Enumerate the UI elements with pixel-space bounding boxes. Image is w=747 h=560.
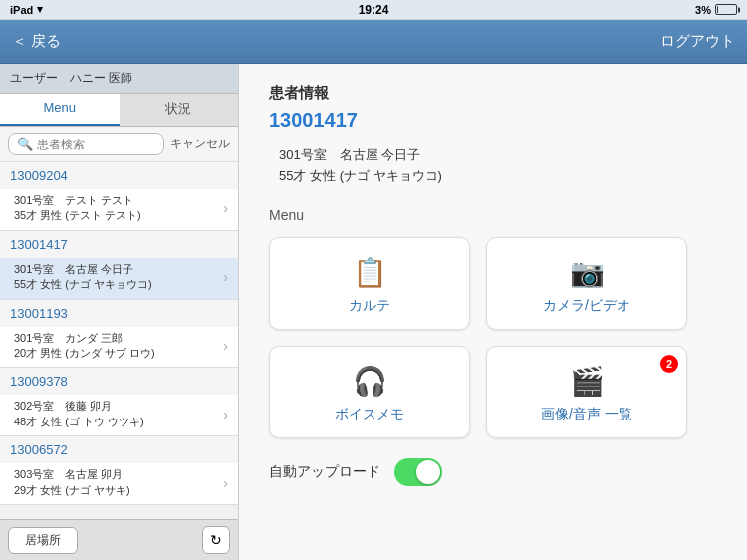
patient-room-5: 303号室 名古屋 卯月 <box>14 467 130 482</box>
refresh-button[interactable]: ↻ <box>202 526 230 554</box>
logout-button[interactable]: ログアウト <box>660 32 735 51</box>
patient-detail-2[interactable]: 301号室 名古屋 今日子 55才 女性 (ナゴ ヤキョウコ) › <box>0 258 238 299</box>
patient-detail-1[interactable]: 301号室 テスト テスト 35才 男性 (テスト テスト) › <box>0 189 238 230</box>
karte-label: カルテ <box>349 297 390 315</box>
card-media[interactable]: 2 🎬 画像/音声 一覧 <box>486 346 687 438</box>
auto-upload-toggle[interactable] <box>394 458 442 486</box>
status-bar-right: 3% <box>695 4 737 16</box>
patient-group-2: 13001417 301号室 名古屋 今日子 55才 女性 (ナゴ ヤキョウコ)… <box>0 231 238 300</box>
sidebar: ユーザー ハニー 医師 Menu 状況 🔍 キャンセル 13009204 301… <box>0 64 239 560</box>
auto-upload-row: 自動アップロード <box>269 458 717 486</box>
patient-detail-main: 55才 女性 (ナゴ ヤキョウコ) <box>279 166 717 187</box>
main-layout: ユーザー ハニー 医師 Menu 状況 🔍 キャンセル 13009204 301… <box>0 64 747 560</box>
patient-heading: 患者情報 <box>269 84 717 103</box>
patient-age-1: 35才 男性 (テスト テスト) <box>14 208 141 223</box>
patient-info-text-3: 301号室 カンダ 三郎 20才 男性 (カンダ サブ ロウ) <box>14 331 155 362</box>
camera-icon: 📷 <box>570 256 605 289</box>
patient-group-4: 13009378 302号室 後藤 卯月 48才 女性 (ゴ トウ ウツキ) › <box>0 368 238 436</box>
patient-age-4: 48才 女性 (ゴ トウ ウツキ) <box>14 415 144 429</box>
card-camera[interactable]: 📷 カメラ/ビデオ <box>486 237 687 330</box>
search-input-wrap: 🔍 <box>8 133 164 155</box>
patient-detail-4[interactable]: 302号室 後藤 卯月 48才 女性 (ゴ トウ ウツキ) › <box>0 395 238 435</box>
voice-label: ボイスメモ <box>335 406 404 423</box>
patient-age-5: 29才 女性 (ナゴ ヤサキ) <box>14 483 130 498</box>
card-karte[interactable]: 📋 カルテ <box>269 237 470 330</box>
patient-id-2[interactable]: 13001417 <box>0 231 238 258</box>
search-bar: 🔍 キャンセル <box>0 127 238 162</box>
search-input[interactable] <box>37 138 155 151</box>
cancel-button[interactable]: キャンセル <box>170 136 230 152</box>
search-icon: 🔍 <box>17 137 33 151</box>
device-label: iPad <box>10 4 33 16</box>
sidebar-footer: 居場所 ↻ <box>0 519 238 560</box>
toggle-knob <box>416 460 440 484</box>
sidebar-tabs: Menu 状況 <box>0 94 238 127</box>
patient-room-3: 301号室 カンダ 三郎 <box>14 331 155 346</box>
wifi-icon: ▾ <box>37 3 43 16</box>
patient-room-main: 301号室 名古屋 今日子 <box>279 145 717 166</box>
status-bar-left: iPad ▾ <box>10 3 43 16</box>
status-bar-time: 19:24 <box>359 3 389 17</box>
tab-status[interactable]: 状況 <box>120 94 239 126</box>
patient-info-text-4: 302号室 後藤 卯月 48才 女性 (ゴ トウ ウツキ) <box>14 399 144 429</box>
camera-label: カメラ/ビデオ <box>543 297 630 315</box>
menu-label: Menu <box>269 207 717 223</box>
patient-detail-5[interactable]: 303号室 名古屋 卯月 29才 女性 (ナゴ ヤサキ) › <box>0 463 238 504</box>
location-button[interactable]: 居場所 <box>8 527 78 554</box>
patient-id-3[interactable]: 13001193 <box>0 300 238 327</box>
patient-info-text-2: 301号室 名古屋 今日子 55才 女性 (ナゴ ヤキョウコ) <box>14 262 152 293</box>
menu-grid: 📋 カルテ 📷 カメラ/ビデオ 🎧 ボイスメモ 2 🎬 画像/音声 一覧 <box>269 237 687 438</box>
auto-upload-label: 自動アップロード <box>269 463 380 481</box>
karte-icon: 📋 <box>353 256 387 289</box>
patient-id-1[interactable]: 13009204 <box>0 162 238 189</box>
patient-room-1: 301号室 テスト テスト <box>14 193 141 208</box>
media-icon: 🎬 <box>570 365 605 398</box>
patient-room-2: 301号室 名古屋 今日子 <box>14 262 152 277</box>
patient-group-5: 13006572 303号室 名古屋 卯月 29才 女性 (ナゴ ヤサキ) › <box>0 436 238 505</box>
patient-info-text-5: 303号室 名古屋 卯月 29才 女性 (ナゴ ヤサキ) <box>14 467 130 498</box>
media-label: 画像/音声 一覧 <box>541 406 632 423</box>
patient-group-3: 13001193 301号室 カンダ 三郎 20才 男性 (カンダ サブ ロウ)… <box>0 300 238 369</box>
patient-room-4: 302号室 後藤 卯月 <box>14 399 144 414</box>
main-content: 患者情報 13001417 301号室 名古屋 今日子 55才 女性 (ナゴ ヤ… <box>239 64 747 560</box>
patient-id-main: 13001417 <box>269 109 717 132</box>
chevron-icon-3: › <box>223 338 228 354</box>
chevron-icon-1: › <box>223 200 228 216</box>
chevron-icon-4: › <box>223 407 228 422</box>
patient-detail-3[interactable]: 301号室 カンダ 三郎 20才 男性 (カンダ サブ ロウ) › <box>0 327 238 368</box>
card-voice[interactable]: 🎧 ボイスメモ <box>269 346 470 438</box>
chevron-icon-2: › <box>223 269 228 285</box>
patient-group-1: 13009204 301号室 テスト テスト 35才 男性 (テスト テスト) … <box>0 162 238 231</box>
tab-menu[interactable]: Menu <box>0 94 120 126</box>
patient-id-5[interactable]: 13006572 <box>0 436 238 463</box>
chevron-icon-5: › <box>223 475 228 491</box>
patient-age-3: 20才 男性 (カンダ サブ ロウ) <box>14 346 155 361</box>
media-badge: 2 <box>660 355 678 373</box>
back-button[interactable]: ＜ 戻る <box>12 32 61 51</box>
nav-bar: ＜ 戻る ログアウト <box>0 20 747 64</box>
battery-label: 3% <box>695 4 711 16</box>
sidebar-user: ユーザー ハニー 医師 <box>0 64 238 94</box>
patient-full-info: 301号室 名古屋 今日子 55才 女性 (ナゴ ヤキョウコ) <box>269 145 717 187</box>
status-bar: iPad ▾ 19:24 3% <box>0 0 747 20</box>
patient-id-4[interactable]: 13009378 <box>0 368 238 395</box>
patient-age-2: 55才 女性 (ナゴ ヤキョウコ) <box>14 277 152 292</box>
patient-info-text-1: 301号室 テスト テスト 35才 男性 (テスト テスト) <box>14 193 141 224</box>
battery-icon <box>715 4 737 15</box>
voice-icon: 🎧 <box>353 365 387 398</box>
sidebar-list: 13009204 301号室 テスト テスト 35才 男性 (テスト テスト) … <box>0 162 238 519</box>
